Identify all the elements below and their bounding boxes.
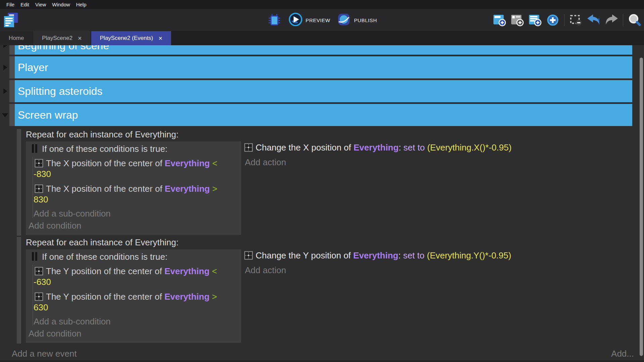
group-title: Screen wrap bbox=[15, 104, 632, 126]
event-group-beginning-of-scene[interactable]: Beginning of scene bbox=[15, 45, 632, 55]
preview-button[interactable]: PREVIEW bbox=[288, 12, 330, 28]
expression: (Everything.X()*-0.95) bbox=[427, 142, 512, 153]
group-drag-handle[interactable] bbox=[9, 104, 15, 126]
group-title: Splitting asteroids bbox=[15, 80, 632, 102]
toolbar-separator bbox=[564, 14, 565, 26]
object-name: Everything bbox=[354, 142, 398, 153]
event-drag-handle[interactable] bbox=[17, 129, 21, 236]
gdevelop-logo-icon[interactable] bbox=[3, 12, 19, 28]
tab-bar: Home PlayScene2 × PlayScene2 (Events) × bbox=[0, 31, 644, 45]
condition-row[interactable]: The X position of the center of Everythi… bbox=[35, 183, 238, 194]
event-group-player[interactable]: Player bbox=[15, 56, 632, 78]
event-drag-handle[interactable] bbox=[17, 237, 21, 344]
object-name: Everything bbox=[164, 266, 209, 276]
action-row[interactable]: Change the Y position of Everything: set… bbox=[244, 250, 511, 261]
group-drag-handle[interactable] bbox=[9, 45, 15, 55]
toggle-disabled-icon[interactable] bbox=[569, 13, 583, 27]
condition-row[interactable]: The Y position of the center of Everythi… bbox=[35, 291, 238, 302]
add-action-link[interactable]: Add action bbox=[245, 157, 512, 168]
set-to-text: set to bbox=[404, 142, 425, 153]
operator: < bbox=[212, 266, 217, 276]
tree-guide-line bbox=[33, 265, 33, 326]
set-to-text: set to bbox=[403, 250, 425, 260]
add-comment-icon[interactable] bbox=[510, 13, 525, 27]
tab-playscene2[interactable]: PlayScene2 × bbox=[33, 31, 90, 45]
operator: > bbox=[212, 292, 217, 302]
condition-text: The Y position of the center of bbox=[46, 266, 162, 276]
add-subevent-icon[interactable] bbox=[528, 13, 542, 27]
collapse-arrow-icon[interactable] bbox=[3, 65, 7, 70]
operator: < bbox=[212, 158, 217, 168]
condition-value: 630 bbox=[34, 302, 238, 313]
menu-edit[interactable]: Edit bbox=[17, 2, 32, 7]
add-event-icon[interactable] bbox=[492, 13, 507, 27]
globe-icon bbox=[337, 12, 351, 28]
action-row[interactable]: Change the X position of Everything: set… bbox=[244, 142, 512, 153]
group-title: Player bbox=[15, 56, 632, 78]
expand-arrow-icon[interactable] bbox=[2, 113, 8, 117]
add-more-link[interactable]: Add... bbox=[611, 349, 634, 359]
toolbar-center: PREVIEW PUBLISH bbox=[267, 9, 377, 31]
repeat-event-y[interactable]: Repeat for each instance of Everything: … bbox=[17, 237, 636, 344]
or-condition-row[interactable]: If one of these conditions is true: bbox=[32, 251, 238, 263]
menu-window[interactable]: Window bbox=[49, 2, 73, 7]
play-circle-icon bbox=[288, 12, 303, 28]
publish-button[interactable]: PUBLISH bbox=[337, 12, 377, 28]
search-icon[interactable] bbox=[627, 13, 642, 27]
collapse-arrow-icon[interactable] bbox=[3, 88, 7, 94]
actions-column: Change the X position of Everything: set… bbox=[244, 142, 512, 168]
tree-guide-line bbox=[33, 157, 33, 218]
add-sub-condition-link[interactable]: Add a sub-condition bbox=[34, 208, 238, 219]
or-icon bbox=[32, 144, 39, 155]
add-condition-link[interactable]: Add condition bbox=[29, 328, 238, 339]
undo-icon[interactable] bbox=[586, 13, 601, 27]
close-icon[interactable]: × bbox=[159, 35, 163, 42]
action-text: Change the X position of bbox=[256, 142, 351, 153]
collapse-arrow-icon[interactable] bbox=[3, 45, 7, 48]
or-label: If one of these conditions is true: bbox=[42, 252, 167, 262]
group-drag-handle[interactable] bbox=[9, 56, 15, 78]
add-new-event-link[interactable]: Add a new event bbox=[12, 349, 77, 359]
close-icon[interactable]: × bbox=[78, 35, 82, 42]
expression: (Everything.Y()*-0.95) bbox=[427, 250, 511, 260]
event-group-splitting-asteroids[interactable]: Splitting asteroids bbox=[15, 80, 632, 102]
object-name: Everything bbox=[165, 184, 210, 194]
colon: : bbox=[398, 250, 400, 260]
add-condition-link[interactable]: Add condition bbox=[29, 220, 238, 231]
repeat-header[interactable]: Repeat for each instance of Everything: bbox=[26, 129, 178, 140]
repeat-event-x[interactable]: Repeat for each instance of Everything: … bbox=[17, 129, 636, 236]
action-text: Change the Y position of bbox=[256, 250, 351, 260]
add-circle-icon[interactable] bbox=[545, 13, 560, 27]
group-drag-handle[interactable] bbox=[9, 80, 15, 102]
add-sub-condition-link[interactable]: Add a sub-condition bbox=[34, 316, 238, 327]
conditions-block: If one of these conditions is true: The … bbox=[26, 141, 241, 235]
tab-label: PlayScene2 bbox=[42, 35, 72, 42]
object-name: Everything bbox=[353, 250, 398, 260]
menu-file[interactable]: File bbox=[3, 2, 17, 7]
actions-column: Change the Y position of Everything: set… bbox=[244, 250, 511, 276]
condition-row[interactable]: The Y position of the center of Everythi… bbox=[35, 266, 238, 277]
operator: > bbox=[212, 184, 217, 194]
object-name: Everything bbox=[165, 158, 210, 168]
menu-help[interactable]: Help bbox=[73, 2, 90, 7]
bottom-edge bbox=[0, 360, 644, 362]
colon: : bbox=[398, 142, 401, 153]
tab-playscene2-events[interactable]: PlayScene2 (Events) × bbox=[91, 31, 171, 45]
scrollbar-thumb[interactable] bbox=[640, 58, 643, 356]
redo-icon[interactable] bbox=[604, 13, 619, 27]
object-name: Everything bbox=[164, 292, 209, 302]
group-title: Beginning of scene bbox=[18, 45, 109, 52]
condition-value: -830 bbox=[34, 169, 238, 179]
tab-home[interactable]: Home bbox=[0, 31, 33, 45]
event-group-screen-wrap[interactable]: Screen wrap bbox=[15, 104, 632, 126]
menu-view[interactable]: View bbox=[32, 2, 49, 7]
position-icon bbox=[244, 251, 253, 260]
condition-row[interactable]: The X position of the center of Everythi… bbox=[35, 158, 238, 169]
add-action-link[interactable]: Add action bbox=[245, 265, 511, 276]
or-condition-row[interactable]: If one of these conditions is true: bbox=[32, 143, 238, 155]
debug-icon[interactable] bbox=[267, 13, 282, 27]
position-icon bbox=[244, 143, 253, 152]
condition-text: The X position of the center of bbox=[46, 158, 162, 168]
repeat-header[interactable]: Repeat for each instance of Everything: bbox=[26, 237, 178, 248]
position-icon bbox=[35, 184, 43, 193]
